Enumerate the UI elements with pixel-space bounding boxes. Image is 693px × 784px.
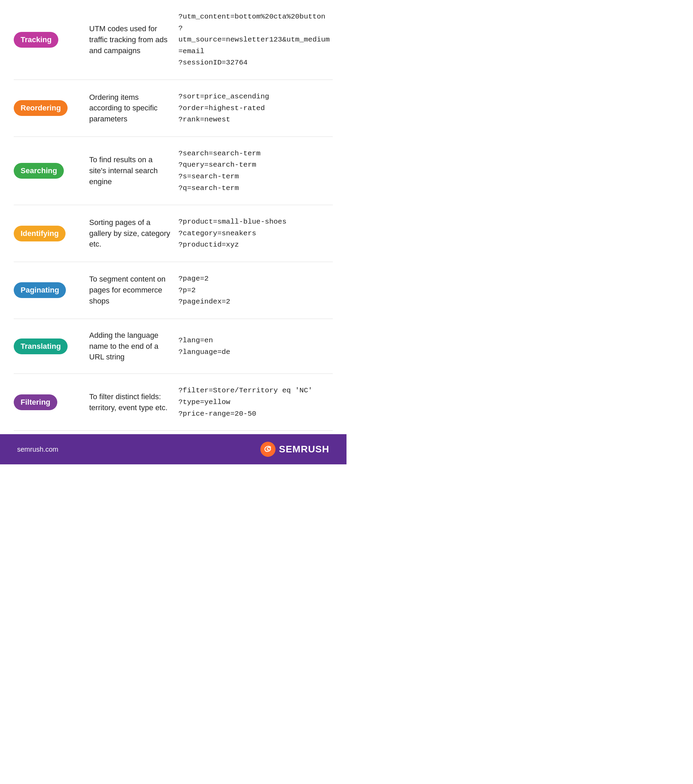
badge-cell: Paginating	[14, 282, 82, 298]
semrush-logo: SEMRUSH	[261, 442, 329, 457]
category-badge: Paginating	[14, 282, 66, 298]
description-cell: To find results on a site's internal sea…	[89, 154, 172, 187]
badge-cell: Tracking	[14, 32, 82, 48]
badge-cell: Filtering	[14, 394, 82, 410]
footer: semrush.com SEMRUSH	[0, 434, 346, 464]
table-row: FilteringTo filter distinct fields: terr…	[14, 374, 333, 431]
badge-cell: Identifying	[14, 226, 82, 241]
table-row: IdentifyingSorting pages of a gallery by…	[14, 205, 333, 262]
category-badge: Filtering	[14, 394, 57, 410]
table-row: TrackingUTM codes used for traffic track…	[14, 0, 333, 80]
examples-cell: ?utm_content=bottom%20cta%20button?utm_s…	[178, 11, 333, 69]
description-cell: To segment content on pages for ecommerc…	[89, 274, 172, 306]
table-row: SearchingTo find results on a site's int…	[14, 137, 333, 205]
category-badge: Identifying	[14, 226, 66, 241]
semrush-logo-text: SEMRUSH	[279, 444, 329, 455]
category-badge: Reordering	[14, 100, 68, 116]
examples-cell: ?page=2?p=2?pageindex=2	[178, 273, 333, 308]
category-badge: Translating	[14, 339, 68, 354]
table-row: PaginatingTo segment content on pages fo…	[14, 262, 333, 319]
examples-cell: ?product=small-blue-shoes?category=sneak…	[178, 216, 333, 251]
description-cell: UTM codes used for traffic tracking from…	[89, 23, 172, 56]
category-badge: Tracking	[14, 32, 58, 48]
badge-cell: Translating	[14, 339, 82, 354]
semrush-icon	[261, 442, 276, 457]
table-area: TrackingUTM codes used for traffic track…	[0, 0, 346, 431]
description-cell: Sorting pages of a gallery by size, cate…	[89, 217, 172, 250]
examples-cell: ?lang=en?language=de	[178, 335, 333, 358]
main-container: TrackingUTM codes used for traffic track…	[0, 0, 346, 464]
category-badge: Searching	[14, 163, 64, 179]
badge-cell: Reordering	[14, 100, 82, 116]
description-cell: To filter distinct fields: territory, ev…	[89, 391, 172, 413]
table-row: ReorderingOrdering items according to sp…	[14, 80, 333, 137]
svg-point-0	[261, 442, 276, 457]
description-cell: Ordering items according to specific par…	[89, 92, 172, 125]
description-cell: Adding the language name to the end of a…	[89, 330, 172, 363]
examples-cell: ?filter=Store/Territory eq 'NC'?type=yel…	[178, 385, 333, 420]
table-row: TranslatingAdding the language name to t…	[14, 319, 333, 374]
badge-cell: Searching	[14, 163, 82, 179]
examples-cell: ?search=search-term?query=search-term?s=…	[178, 148, 333, 194]
examples-cell: ?sort=price_ascending?order=highest-rate…	[178, 91, 333, 125]
footer-url: semrush.com	[17, 445, 58, 453]
